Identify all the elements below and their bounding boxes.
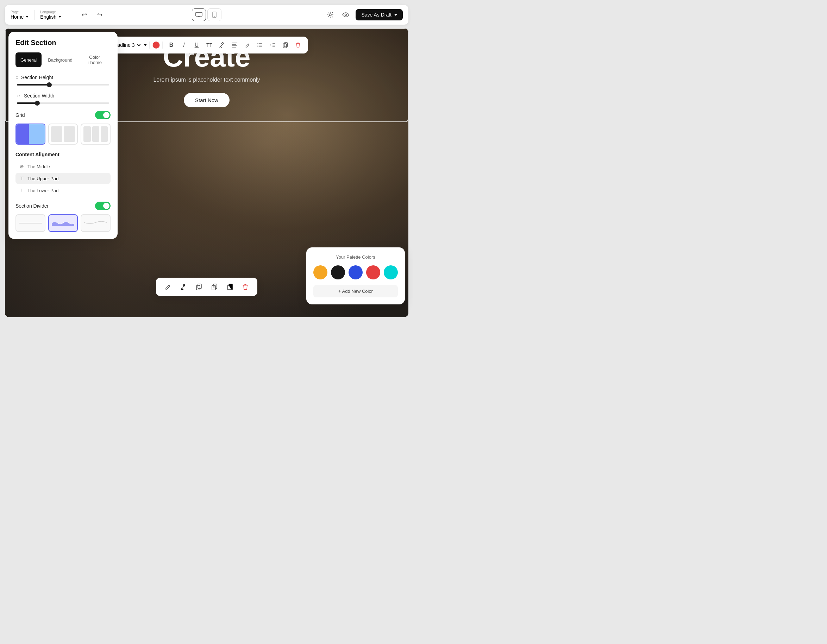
align-upper-label: The Upper Part	[28, 176, 59, 181]
text-color-button[interactable]	[153, 42, 160, 48]
tab-color-theme[interactable]: Color Theme	[79, 52, 111, 67]
grid-option-two-col[interactable]	[16, 123, 45, 145]
language-value[interactable]: English	[40, 14, 61, 20]
section-height-control: ↕ Section Height	[16, 74, 111, 86]
strikethrough-button[interactable]: TT	[204, 39, 215, 51]
undo-button[interactable]: ↩	[78, 9, 90, 20]
edit-element-button[interactable]	[162, 281, 174, 293]
section-divider-label: Section Divider	[16, 203, 48, 209]
section-divider-toggle[interactable]	[95, 202, 111, 210]
grid-col-b	[29, 124, 44, 144]
copy-element-button[interactable]	[193, 281, 205, 293]
grid-option-equal-two[interactable]	[48, 123, 78, 145]
svg-text:1.: 1.	[270, 43, 273, 47]
section-divider-row: Section Divider	[16, 202, 111, 210]
palette-color-yellow[interactable]	[313, 265, 328, 279]
settings-button[interactable]	[325, 9, 336, 20]
headline-dropdown-icon	[144, 44, 147, 46]
svg-point-3	[329, 14, 331, 16]
language-selector[interactable]: Language English	[40, 10, 70, 20]
edit-section-panel: Edit Section General Background Color Th…	[8, 32, 118, 239]
divider-option-wave[interactable]	[48, 214, 78, 232]
divider-flat-preview	[19, 223, 42, 223]
bold-button[interactable]: B	[166, 39, 177, 51]
align-middle[interactable]: ⊕ The Middle	[16, 161, 111, 172]
grid-toggle[interactable]	[95, 111, 111, 119]
divider-option-flat[interactable]	[16, 214, 45, 232]
palette-title: Your Palette Colors	[313, 254, 398, 260]
content-alignment-title: Content Alignment	[16, 152, 111, 157]
section-width-control: ↔ Section Width	[16, 92, 111, 104]
divider-options	[16, 214, 111, 232]
grid-option-three-col[interactable]	[81, 123, 111, 145]
italic-button[interactable]: I	[178, 39, 190, 51]
divider-wave-preview	[52, 220, 75, 227]
grid-col-a	[16, 124, 29, 144]
link-button[interactable]	[217, 39, 228, 51]
section-width-fill	[17, 102, 37, 104]
grid-options	[16, 123, 111, 145]
section-width-slider[interactable]	[17, 102, 109, 104]
bullet-list-button[interactable]	[254, 39, 266, 51]
palette-color-red[interactable]	[366, 265, 380, 279]
highlight-button[interactable]	[242, 39, 253, 51]
paste-element-button[interactable]	[208, 281, 221, 293]
edit-panel-title: Edit Section	[16, 39, 111, 47]
panel-tabs: General Background Color Theme	[16, 52, 111, 67]
grid-col-2	[64, 126, 75, 142]
underline-button[interactable]: U	[191, 39, 203, 51]
align-middle-label: The Middle	[28, 164, 50, 169]
start-now-button[interactable]: Start Now	[184, 93, 229, 108]
align-button[interactable]	[229, 39, 240, 51]
text-format-toolbar: Headline 3 B I U TT 1.	[106, 37, 308, 53]
palette-color-black[interactable]	[331, 265, 345, 279]
section-width-icon: ↔	[16, 92, 21, 99]
divider-wave2-preview	[84, 220, 107, 227]
palette-colors	[313, 265, 398, 279]
preview-button[interactable]	[340, 9, 351, 20]
tab-background[interactable]: Background	[43, 52, 77, 67]
top-bar: Page Home Language English ↩ ↪	[5, 5, 409, 25]
tab-general[interactable]: General	[16, 52, 42, 67]
align-lower[interactable]: ⊥ The Lower Part	[16, 185, 111, 196]
divider-option-wave2[interactable]	[81, 214, 111, 232]
page-dropdown-icon	[26, 16, 28, 17]
grid-col-1	[51, 126, 62, 142]
link-element-button[interactable]	[177, 281, 190, 293]
palette-color-blue[interactable]	[348, 265, 363, 279]
delete-text-button[interactable]	[293, 39, 304, 51]
palette-color-cyan[interactable]	[384, 265, 398, 279]
svg-point-4	[345, 14, 347, 16]
section-height-thumb[interactable]	[47, 83, 52, 87]
svg-point-2	[214, 17, 215, 17]
svg-point-6	[257, 45, 258, 45]
section-height-fill	[17, 84, 49, 86]
align-middle-icon: ⊕	[20, 164, 24, 169]
align-upper[interactable]: ⊤ The Upper Part	[16, 173, 111, 184]
top-bar-right-actions: Save As Draft	[325, 9, 403, 20]
page-value[interactable]: Home	[11, 14, 28, 20]
duplicate-element-button[interactable]	[223, 281, 236, 293]
section-height-icon: ↕	[16, 74, 18, 81]
save-dropdown-icon	[394, 14, 397, 16]
add-color-button[interactable]: + Add New Color	[313, 285, 398, 297]
save-draft-button[interactable]: Save As Draft	[356, 9, 403, 20]
page-selector[interactable]: Page Home	[11, 10, 34, 20]
device-switcher	[192, 8, 222, 21]
svg-rect-12	[197, 285, 200, 290]
redo-button[interactable]: ↪	[94, 9, 105, 20]
align-upper-icon: ⊤	[20, 176, 24, 181]
copy-style-button[interactable]	[280, 39, 291, 51]
section-height-slider[interactable]	[17, 84, 109, 86]
numbered-list-button[interactable]: 1.	[267, 39, 278, 51]
palette-panel: Your Palette Colors + Add New Color	[306, 247, 405, 304]
toolbar-divider-1	[150, 42, 150, 48]
page-label: Page	[11, 10, 28, 14]
delete-element-button[interactable]	[239, 281, 252, 293]
svg-rect-0	[196, 12, 202, 16]
section-width-thumb[interactable]	[35, 101, 40, 106]
undo-redo-actions: ↩ ↪	[78, 9, 105, 20]
grid-label: Grid	[16, 112, 25, 118]
mobile-button[interactable]	[208, 8, 222, 21]
desktop-button[interactable]	[192, 8, 206, 21]
